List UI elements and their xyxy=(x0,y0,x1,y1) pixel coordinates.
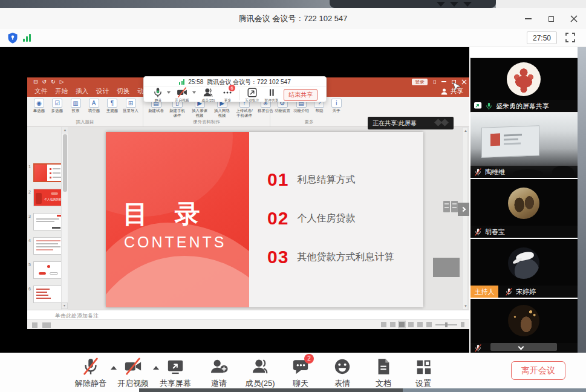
scroll-up-icon[interactable]: ▲ xyxy=(463,128,469,134)
meeting-control-bar: 解除静音 开启视频 共享屏幕 邀请 成员(25) 2 聊天 表情 xyxy=(0,353,586,392)
current-slide[interactable]: 目 录 CONTENTS 01 利息结算方式 02 个人住房贷款 xyxy=(106,132,423,307)
slide-number: 1 xyxy=(28,165,31,169)
scroll-down-icon[interactable]: ▼ xyxy=(463,303,469,309)
leave-meeting-button[interactable]: 离开会议 xyxy=(511,361,565,380)
chevron-down-icon[interactable] xyxy=(167,91,171,94)
batch-import-icon: ⊞ xyxy=(126,99,136,108)
floating-panel-button[interactable] xyxy=(451,201,458,212)
ribbon-options-icon[interactable]: ▯ xyxy=(433,78,436,85)
chevron-down-icon xyxy=(450,2,458,7)
ribbon-button-multi-choice[interactable]: ☑多选题 xyxy=(49,99,65,113)
fullscreen-icon xyxy=(565,33,575,42)
notes-toggle-icon[interactable] xyxy=(390,322,396,327)
tab-file[interactable]: 文件 xyxy=(34,87,47,96)
redo-icon[interactable]: ↻ xyxy=(51,77,56,86)
invite-button[interactable]: 邀请 xyxy=(197,358,241,389)
fullscreen-button[interactable] xyxy=(565,33,575,42)
view-sorter-icon[interactable] xyxy=(408,322,414,327)
powerpoint-window: ⊟ ↺ ↻ ▷ 登录 ▯ 文件 开始 插 xyxy=(27,77,469,329)
maximize-button[interactable] xyxy=(544,13,558,25)
avatar xyxy=(508,305,539,336)
collapse-panel-button[interactable] xyxy=(519,345,524,350)
start-video-button[interactable]: 开启视频 xyxy=(172,87,192,103)
settings-button[interactable]: 设置 xyxy=(402,358,445,389)
ppt-close-button[interactable] xyxy=(461,79,467,85)
members-button[interactable]: 成员(25) xyxy=(238,358,282,389)
scrollbar-thumb[interactable] xyxy=(63,134,67,192)
tab-design[interactable]: 设计 xyxy=(96,87,109,96)
tab-transitions[interactable]: 切换 xyxy=(117,87,129,96)
floating-panel-button[interactable] xyxy=(443,201,450,212)
panel-splitter-icon[interactable]: ▾ xyxy=(61,302,68,309)
multi-choice-icon: ☑ xyxy=(52,99,62,108)
thumbnail-scrollbar[interactable]: ▲ ▼ xyxy=(61,127,68,310)
members-button[interactable]: 成员(25) xyxy=(197,87,219,103)
window-title: 腾讯会议 会议号：722 102 547 xyxy=(0,13,586,24)
annotate-button[interactable]: 互动批注 xyxy=(243,87,262,103)
toc-item-3: 03 其他贷款方式利息计算 xyxy=(267,247,394,267)
microphone-muted-icon xyxy=(474,228,482,236)
single-choice-icon: ◉ xyxy=(34,99,44,108)
fill-blank-icon: A xyxy=(89,99,99,108)
close-button[interactable] xyxy=(567,13,581,25)
ribbon-button-fill-blank[interactable]: A填空题 xyxy=(86,99,102,113)
ribbon-button-single-choice[interactable]: ◉单选题 xyxy=(31,99,47,113)
mute-button[interactable]: 静音 xyxy=(149,87,167,103)
zoom-fit-icon[interactable] xyxy=(461,322,464,327)
slide-thumbnail-2[interactable]: 个人住房贷款 xyxy=(33,189,63,206)
slide-thumbnail-3[interactable] xyxy=(33,213,63,230)
video-panel-collapse-handle[interactable] xyxy=(458,203,469,216)
video-tile-host[interactable]: 主持人 宋婷婷 xyxy=(470,239,578,298)
ppt-minimize-button[interactable] xyxy=(441,81,446,82)
undo-icon[interactable]: ↺ xyxy=(42,77,47,86)
ribbon-button-batch-import[interactable]: ⊞批量导入 xyxy=(122,99,139,113)
end-share-button[interactable]: 结束共享 xyxy=(284,89,317,101)
ribbon-button-subjective[interactable]: ¶主观题 xyxy=(104,99,120,113)
participant-name: 盛朱勇的屏幕共享 xyxy=(496,102,549,111)
zoom-slider[interactable] xyxy=(435,324,457,325)
ppt-notes-bar[interactable]: ▾ 单击此处添加备注 xyxy=(27,310,469,319)
share-screen-button[interactable]: 共享屏幕 xyxy=(154,358,197,389)
slide-thumbnail-1-selected[interactable] xyxy=(33,163,63,182)
status-icon[interactable] xyxy=(32,322,37,328)
ribbon-button-vote[interactable]: ▥投票 xyxy=(67,99,83,113)
background-window-strip xyxy=(0,0,586,8)
more-button[interactable]: 6 更多 xyxy=(219,87,236,103)
view-slideshow-icon[interactable] xyxy=(426,322,432,327)
unmute-button[interactable]: 解除静音 xyxy=(69,358,112,389)
chevron-down-icon[interactable] xyxy=(192,91,196,94)
slideshow-icon[interactable]: ▷ xyxy=(60,77,64,86)
status-icon[interactable] xyxy=(42,322,51,328)
ribbon-button-about[interactable]: i关于 xyxy=(329,99,345,113)
view-reading-icon[interactable] xyxy=(417,322,423,327)
person-icon xyxy=(440,88,448,96)
docs-button[interactable]: 文档 xyxy=(362,358,405,389)
network-signal-icon xyxy=(179,79,184,85)
slide-thumbnail-6[interactable] xyxy=(33,286,63,303)
network-signal-icon[interactable] xyxy=(23,34,31,42)
video-tile-screen-share[interactable]: 盛朱勇的屏幕共享 xyxy=(470,58,578,112)
video-tile[interactable]: 胡春宝 xyxy=(470,179,578,238)
video-tile-camera[interactable]: 陶维维 xyxy=(470,113,578,178)
save-icon[interactable]: ⊟ xyxy=(33,77,38,86)
ppt-quick-access-toolbar[interactable]: ⊟ ↺ ↻ ▷ xyxy=(27,77,64,86)
pause-share-button[interactable]: 暂停共享 xyxy=(262,87,281,103)
comments-icon[interactable] xyxy=(381,322,386,327)
view-normal-icon[interactable] xyxy=(399,322,405,327)
tab-home[interactable]: 开始 xyxy=(55,87,68,96)
video-tile-partial[interactable] xyxy=(470,299,578,353)
microphone-muted-icon xyxy=(474,344,482,352)
chat-button[interactable]: 2 聊天 xyxy=(279,358,322,389)
slide-thumbnail-5[interactable] xyxy=(33,261,63,279)
ribbon-group-label: 插入题目 xyxy=(27,119,143,125)
start-video-button[interactable]: 开启视频 xyxy=(111,358,155,389)
ppt-login-button[interactable]: 登录 xyxy=(412,79,428,85)
security-shield-icon[interactable] xyxy=(7,32,18,44)
screen-share-badge-icon xyxy=(474,102,482,110)
emoji-button[interactable]: 表情 xyxy=(321,358,364,389)
tab-insert[interactable]: 插入 xyxy=(76,87,88,96)
minimize-button[interactable] xyxy=(521,13,535,25)
slide-scrollbar[interactable]: ▲ ▼ xyxy=(462,127,468,310)
slide-thumbnail-4[interactable] xyxy=(33,237,63,255)
slide-red-panel: 目 录 CONTENTS xyxy=(106,132,249,307)
